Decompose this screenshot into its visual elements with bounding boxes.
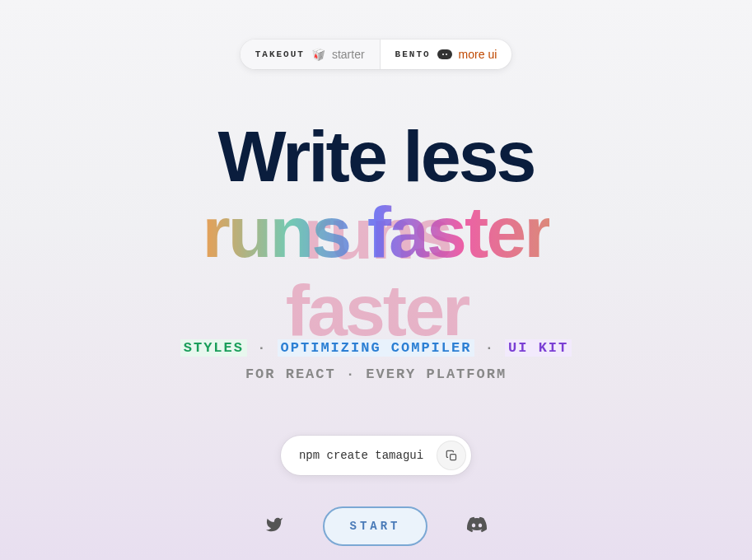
tagline-sub: FOR REACT · EVERY PLATFORM (180, 362, 572, 388)
hero-heading: Write less runs faster runs faster (203, 119, 550, 271)
bento-pill[interactable]: BENTO more ui (381, 40, 512, 69)
tag-separator: · (257, 340, 277, 356)
discord-icon (467, 515, 487, 534)
actions-row: START (265, 506, 486, 546)
tag-styles[interactable]: STYLES (180, 339, 247, 357)
tag-compiler[interactable]: OPTIMIZING COMPILER (278, 339, 475, 357)
tagline: STYLES · OPTIMIZING COMPILER · UI KIT FO… (180, 335, 572, 389)
bento-sub: more ui (459, 48, 497, 61)
hero-line1: Write less (203, 119, 550, 194)
copy-button[interactable] (437, 441, 466, 470)
takeout-pill[interactable]: TAKEOUT 🥡 starter (241, 40, 381, 69)
tag-uikit[interactable]: UI KIT (505, 339, 572, 357)
copy-icon (446, 450, 458, 462)
start-button[interactable]: START (323, 506, 427, 546)
takeout-title: TAKEOUT (255, 49, 305, 59)
bento-icon (437, 49, 452, 59)
tag-separator: · (485, 340, 505, 356)
top-pill-bar: TAKEOUT 🥡 starter BENTO more ui (241, 40, 512, 69)
svg-rect-0 (450, 455, 455, 460)
twitter-link[interactable] (265, 516, 283, 537)
install-command: npm create tamagui (281, 436, 471, 475)
hero-line2: runs faster runs faster (203, 194, 550, 270)
takeout-sub: starter (332, 48, 365, 61)
command-text: npm create tamagui (299, 449, 423, 462)
bento-title: BENTO (395, 49, 431, 59)
discord-link[interactable] (467, 515, 487, 538)
twitter-icon (265, 516, 283, 534)
takeout-icon: 🥡 (311, 48, 325, 61)
